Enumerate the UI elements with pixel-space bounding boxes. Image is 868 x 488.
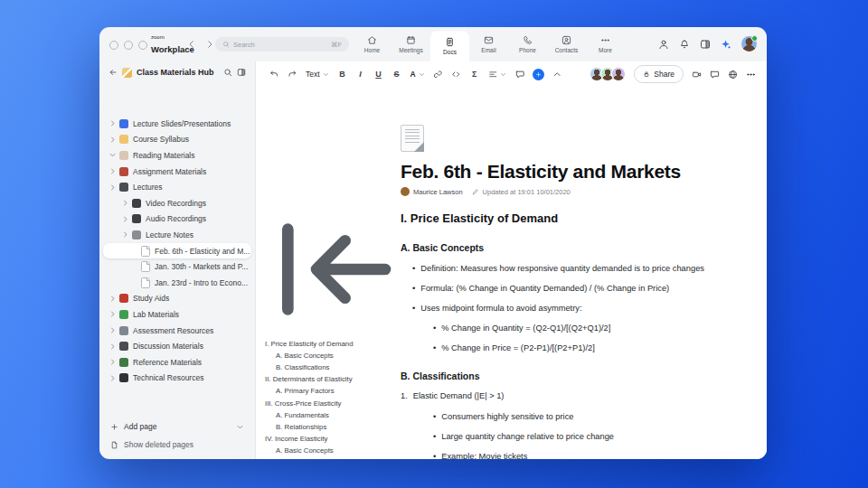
tree-folder-item[interactable]: Video Recordings (99, 195, 255, 211)
redo-button[interactable] (285, 67, 299, 81)
chevron-down-icon (419, 71, 425, 78)
side-panel-icon[interactable] (700, 39, 711, 50)
chevron-right-icon[interactable] (108, 183, 117, 192)
tab-docs[interactable]: Docs (430, 31, 469, 61)
global-search-input[interactable]: Search ⌘F (215, 37, 349, 52)
tree-folder-item[interactable]: Course Syllabus (99, 132, 255, 148)
ai-companion-icon[interactable] (721, 39, 731, 50)
bell-icon[interactable] (679, 39, 690, 50)
toc-item[interactable]: A. Basic Concepts (265, 350, 402, 361)
toc-item[interactable]: B. Classifications (265, 361, 402, 373)
tree-folder-item[interactable]: Lectures (99, 179, 255, 195)
document-body[interactable]: I. Price Elasticity of DemandA. Basic Co… (401, 211, 712, 459)
chevron-right-icon[interactable] (121, 199, 129, 207)
tree-folder-item[interactable]: Technical Resources (99, 371, 255, 387)
globe-icon[interactable] (728, 70, 738, 80)
doc-heading: I. Price Elasticity of Demand (401, 211, 712, 225)
chat-icon[interactable] (710, 70, 720, 80)
tree-folder-item[interactable]: Assignment Materials (99, 164, 255, 180)
video-camera-icon[interactable] (692, 70, 702, 80)
strikethrough-button[interactable]: S (390, 67, 404, 81)
tree-folder-item[interactable]: Lecture Slides/Presentations (99, 116, 255, 132)
tree-folder-item[interactable]: Audio Recordings (99, 211, 255, 228)
text-style-dropdown[interactable]: Text (303, 67, 332, 81)
document[interactable]: Feb. 6th - Elasticity and Markets Mauric… (401, 125, 712, 459)
toc-collapse-icon[interactable] (265, 201, 402, 338)
chevron-down-icon[interactable] (108, 151, 117, 159)
minimize-window-button[interactable] (124, 41, 133, 50)
tree-folder-item[interactable]: Study Aids (99, 291, 255, 307)
sidebar-search-icon[interactable] (223, 68, 232, 77)
tab-phone[interactable]: Phone (508, 27, 547, 61)
tab-meetings[interactable]: Meetings (392, 27, 430, 61)
toc-item[interactable]: A. Primary Factors (265, 385, 402, 397)
tree-folder-item[interactable]: Assessment Resources (99, 323, 255, 339)
tab-more[interactable]: More (586, 27, 625, 61)
chevron-right-icon[interactable] (108, 326, 117, 334)
chevron-right-icon[interactable] (108, 358, 117, 366)
tree-page-item[interactable]: Feb. 6th - Elasticity and M... (103, 243, 251, 259)
tree-folder-item[interactable]: Reference Materials (99, 354, 255, 371)
tab-email[interactable]: Email (469, 27, 508, 61)
tree-page-item[interactable]: Jan. 23rd - Intro to Econo... (99, 275, 255, 291)
chevron-right-icon[interactable] (121, 215, 129, 223)
underline-button[interactable]: U (372, 67, 386, 81)
tree-page-item[interactable]: Jan. 30th - Markets and P... (99, 258, 255, 275)
nav-back-icon[interactable] (186, 39, 197, 50)
add-page-chevron-icon[interactable] (236, 423, 244, 431)
close-window-button[interactable] (109, 41, 118, 50)
chevron-right-icon[interactable] (108, 310, 117, 318)
add-page-button[interactable]: Add page (99, 418, 255, 436)
list-marker: • (433, 452, 436, 459)
chevron-right-icon[interactable] (108, 167, 117, 175)
link-button[interactable] (431, 67, 446, 81)
user-avatar[interactable] (741, 36, 757, 52)
tree-folder-item[interactable]: Lab Materials (99, 306, 255, 323)
collapse-toolbar-button[interactable] (550, 67, 564, 81)
toc-item[interactable]: B. Relationships (265, 421, 402, 433)
text-color-dropdown[interactable]: A (408, 67, 428, 81)
tab-home[interactable]: Home (353, 27, 392, 61)
tab-contacts[interactable]: Contacts (547, 27, 586, 61)
sidebar-collapse-icon[interactable] (237, 68, 246, 77)
more-options-icon[interactable] (746, 70, 756, 80)
tree-folder-item[interactable]: Lecture Notes (99, 227, 255, 243)
formula-label: Σ (472, 70, 476, 79)
toc-item[interactable]: IV. Income Elasticity (265, 433, 402, 445)
show-deleted-pages-button[interactable]: Show deleted pages (99, 436, 255, 454)
chevron-right-icon[interactable] (121, 230, 129, 239)
bold-button[interactable]: B (335, 67, 350, 81)
document-title[interactable]: Feb. 6th - Elasticity and Markets (401, 161, 712, 183)
formula-button[interactable]: Σ (467, 67, 482, 81)
insert-button[interactable] (533, 69, 544, 80)
chevron-right-icon[interactable] (108, 295, 117, 303)
comment-button[interactable] (513, 67, 527, 81)
nav-forward-icon[interactable] (204, 39, 215, 50)
tree-folder-item[interactable]: Discussion Materials (99, 338, 255, 354)
italic-button[interactable]: I (354, 67, 368, 81)
toc-item[interactable]: A. Basic Concepts (265, 445, 402, 456)
window-controls[interactable] (109, 41, 147, 50)
collaborator-avatars[interactable] (590, 67, 626, 81)
chevron-right-icon[interactable] (108, 119, 117, 127)
chevron-right-icon[interactable] (108, 136, 117, 144)
tree-item-label: Lectures (133, 183, 163, 192)
align-dropdown[interactable] (486, 67, 510, 81)
chevU-icon (552, 70, 562, 80)
back-arrow-icon[interactable] (108, 68, 118, 77)
tree-folder-item[interactable]: Reading Materials (99, 147, 255, 164)
toc-item[interactable]: III. Cross-Price Elasticity (265, 397, 402, 408)
toc-item[interactable]: I. Price Elasticity of Demand (265, 338, 402, 350)
collaborator-avatar[interactable] (611, 67, 626, 81)
toc-item[interactable]: II. Determinants of Elasticity (265, 373, 402, 385)
share-button[interactable]: Share (634, 65, 684, 83)
chevron-right-icon[interactable] (108, 343, 117, 351)
chevron-right-icon[interactable] (108, 374, 117, 382)
toc-item[interactable]: B. Categories (265, 456, 402, 459)
maximize-window-button[interactable] (138, 41, 147, 50)
list-text: Elastic Demand (|E| > 1) (413, 391, 505, 401)
undo-button[interactable] (267, 67, 281, 81)
profile-icon[interactable] (658, 39, 669, 50)
toc-item[interactable]: A. Fundamentals (265, 409, 402, 421)
code-button[interactable] (449, 67, 464, 81)
